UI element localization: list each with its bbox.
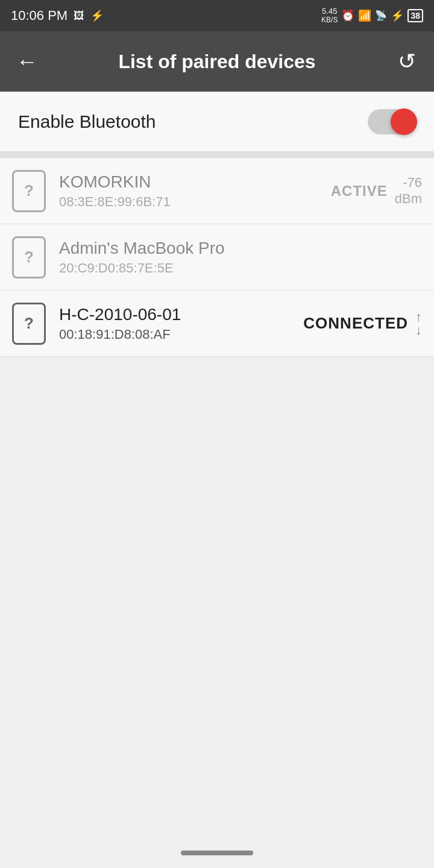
bottom-nav-bar xyxy=(0,838,434,868)
device-info: H-C-2010-06-01 00:18:91:D8:08:AF xyxy=(59,305,303,342)
up-arrow-icon: ↑ xyxy=(415,310,422,324)
device-name: Admin's MacBook Pro xyxy=(59,239,422,258)
device-mac: 08:3E:8E:99:6B:71 xyxy=(59,194,331,210)
back-button[interactable]: ← xyxy=(12,49,42,74)
signal-bars-icon: 📡 xyxy=(375,10,387,21)
status-bar-right: 5.45 KB/S ⏰ 📶 📡 ⚡ 38 xyxy=(321,7,423,24)
notification-icon: 🖼 xyxy=(74,10,84,22)
device-name: KOMORKIN xyxy=(59,172,331,192)
device-info: KOMORKIN 08:3E:8E:99:6B:71 xyxy=(59,172,331,210)
device-signal: -76dBm xyxy=(395,175,422,207)
down-arrow-icon: ↓ xyxy=(415,324,422,337)
device-name: H-C-2010-06-01 xyxy=(59,305,303,324)
device-mac: 20:C9:D0:85:7E:5E xyxy=(59,260,422,276)
toggle-knob xyxy=(391,108,417,135)
bluetooth-toggle-switch[interactable] xyxy=(368,109,416,134)
device-status: CONNECTED ↑ ↓ xyxy=(303,310,422,337)
device-icon: ? xyxy=(12,236,46,278)
status-bar: 10:06 PM 🖼 ⚡ 5.45 KB/S ⏰ 📶 📡 ⚡ 38 xyxy=(0,0,434,31)
device-info: Admin's MacBook Pro 20:C9:D0:85:7E:5E xyxy=(59,239,422,276)
transfer-icon: ↑ ↓ xyxy=(415,310,422,337)
clock-icon: ⏰ xyxy=(341,9,354,22)
app-header: ← List of paired devices ↺ xyxy=(0,31,434,92)
list-item[interactable]: ? KOMORKIN 08:3E:8E:99:6B:71 ACTIVE -76d… xyxy=(0,158,434,224)
section-divider xyxy=(0,152,434,158)
battery-indicator: 38 xyxy=(407,9,423,22)
lightning-icon: ⚡ xyxy=(391,9,404,22)
network-speed: 5.45 KB/S xyxy=(321,7,338,24)
device-status: ACTIVE -76dBm xyxy=(331,175,422,207)
usb-icon: ⚡ xyxy=(90,9,104,22)
list-item[interactable]: ? H-C-2010-06-01 00:18:91:D8:08:AF CONNE… xyxy=(0,291,434,357)
device-list: ? KOMORKIN 08:3E:8E:99:6B:71 ACTIVE -76d… xyxy=(0,158,434,357)
refresh-button[interactable]: ↺ xyxy=(392,49,422,74)
wifi-icon: 📶 xyxy=(358,9,371,22)
home-indicator xyxy=(181,851,253,855)
bluetooth-toggle-row: Enable Bluetooth xyxy=(0,92,434,152)
bluetooth-label: Enable Bluetooth xyxy=(18,112,156,132)
device-icon: ? xyxy=(12,303,46,345)
battery-level: 38 xyxy=(410,11,420,20)
device-icon: ? xyxy=(12,170,46,212)
device-mac: 00:18:91:D8:08:AF xyxy=(59,327,303,342)
connected-label: CONNECTED xyxy=(303,314,408,333)
time-display: 10:06 PM xyxy=(11,8,68,24)
status-bar-left: 10:06 PM 🖼 ⚡ xyxy=(11,8,104,24)
list-item[interactable]: ? Admin's MacBook Pro 20:C9:D0:85:7E:5E xyxy=(0,224,434,291)
page-title: List of paired devices xyxy=(42,51,392,73)
device-active-label: ACTIVE xyxy=(331,183,388,200)
